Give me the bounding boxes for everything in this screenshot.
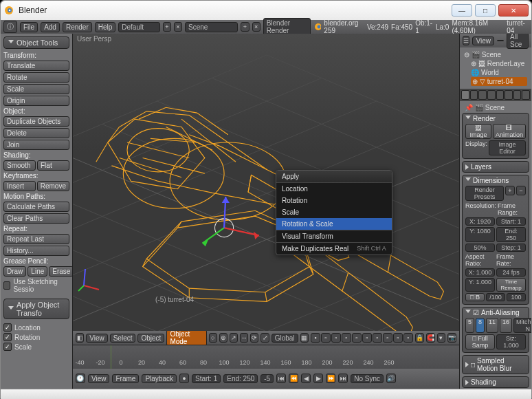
sketch-checkbox[interactable] — [3, 281, 10, 290]
duplicate-button[interactable]: Duplicate Objects — [3, 116, 69, 127]
gp-erase-button[interactable]: Erase — [49, 266, 73, 277]
prop-tab-render[interactable] — [461, 90, 469, 100]
manipulator-scale-icon[interactable]: ⤢ — [261, 333, 269, 343]
aa-8-button[interactable]: 8 — [476, 318, 485, 333]
tl-frame-menu[interactable]: Frame — [112, 374, 139, 383]
prop-tab-data[interactable] — [513, 90, 522, 100]
apply-scale-checkbox[interactable]: ✓ — [3, 343, 12, 351]
insert-key-button[interactable]: Insert — [3, 181, 36, 191]
render-image-button[interactable]: 🖼 Image — [465, 124, 491, 139]
render-anim-button[interactable]: 🎞 Animation — [493, 124, 526, 139]
remap-old[interactable]: /100 — [486, 293, 505, 301]
repeat-last-button[interactable]: Repeat Last — [3, 234, 69, 244]
outliner-renderlayers[interactable]: ⊕ 🖼 RenderLaye — [471, 59, 527, 68]
dimensions-panel-header[interactable]: Dimensions — [465, 177, 526, 184]
orientation-dropdown[interactable]: Global — [271, 334, 298, 343]
screen-layout-field[interactable]: Default — [118, 22, 160, 32]
history-button[interactable]: History... — [3, 246, 69, 256]
jump-end-icon[interactable]: ⏭ — [338, 374, 348, 383]
delete-button[interactable]: Delete — [3, 128, 69, 138]
tool-panel-header[interactable]: Object Tools — [3, 36, 69, 49]
menu-render[interactable]: Render — [63, 22, 92, 32]
calc-paths-button[interactable]: Calculate Paths — [3, 202, 69, 212]
tl-view-menu[interactable]: View — [88, 374, 110, 383]
display-dropdown[interactable]: Image Editor — [489, 140, 526, 155]
aspect-y-field[interactable]: Y: 1.000 — [465, 278, 495, 292]
preset-del-icon[interactable]: − — [516, 186, 526, 195]
manipulator-rotate-icon[interactable]: ⟳ — [250, 333, 258, 343]
render-preview-icon[interactable]: 📷 — [447, 333, 456, 343]
join-button[interactable]: Join — [3, 140, 69, 150]
play-icon[interactable]: ▶ — [313, 374, 323, 383]
ctx-item-visual-transform[interactable]: Visual Transform — [276, 230, 392, 242]
prop-tab-scene[interactable] — [470, 90, 478, 100]
aa-5-button[interactable]: 5 — [465, 318, 474, 333]
close-button[interactable]: ✕ — [498, 4, 529, 17]
aa-11-button[interactable]: 11 — [486, 318, 498, 333]
ctx-item-scale[interactable]: Scale — [276, 206, 392, 218]
menu-add[interactable]: Add — [41, 22, 60, 32]
aa-16-button[interactable]: 16 — [500, 318, 512, 333]
fps-dropdown[interactable]: 24 fps — [496, 268, 526, 277]
outliner-view[interactable]: View — [472, 36, 494, 45]
manipulator-translate-icon[interactable]: ↔ — [240, 333, 248, 343]
3d-viewport[interactable]: User Persp — [73, 34, 459, 331]
tl-playback-menu[interactable]: Playback — [142, 374, 177, 383]
end-frame-field[interactable]: End: 250 — [223, 374, 258, 383]
ctx-item-rotation-scale[interactable]: Rotation & Scale — [276, 218, 392, 230]
scene-field[interactable]: Scene — [185, 22, 238, 32]
snap-type-icon[interactable]: ▾ — [437, 333, 445, 343]
fstart-field[interactable]: Start: 1 — [496, 217, 526, 226]
mblur-panel-header[interactable]: □ Sampled Motion Blur — [465, 357, 526, 372]
menu-help[interactable]: Help — [95, 22, 116, 32]
time-remap-button[interactable]: Time Remapp — [496, 278, 526, 292]
yres-field[interactable]: Y: 1080 — [465, 227, 495, 242]
sync-dropdown[interactable]: No Sync — [351, 374, 384, 383]
mode-dropdown[interactable]: Object Mode — [166, 330, 206, 346]
fend-field[interactable]: End: 250 — [496, 227, 526, 242]
full-sample-checkbox[interactable]: □ Full Samp — [465, 334, 495, 349]
aa-size-field[interactable]: Siz: 1.000 — [496, 334, 526, 349]
pivot-icon[interactable]: ⊕ — [219, 333, 228, 343]
jump-next-icon[interactable]: ⏩ — [326, 374, 335, 383]
layer-buttons[interactable]: ▪▫▫▫▫ ▫▫▫▫▫ — [311, 333, 413, 343]
xres-field[interactable]: X: 1920 — [465, 217, 495, 226]
prop-tab-world[interactable] — [478, 90, 487, 100]
outliner-world[interactable]: 🌐 World — [471, 68, 527, 77]
editor-type-icon[interactable]: ⓘ — [3, 21, 17, 33]
layers-icon[interactable]: ▦ — [300, 333, 309, 343]
manipulator-icon[interactable]: ↗ — [230, 333, 238, 343]
gp-draw-button[interactable]: Draw — [3, 266, 26, 277]
aa-panel-header[interactable]: ☑ Anti-Aliasing — [465, 309, 526, 316]
outliner-display[interactable]: All Sce — [507, 34, 529, 49]
aspect-x-field[interactable]: X: 1.000 — [465, 268, 495, 277]
border-checkbox[interactable]: □ B — [465, 293, 485, 301]
rotate-button[interactable]: Rotate — [3, 72, 69, 83]
menu-file[interactable]: File — [20, 22, 38, 32]
prop-tab-modifiers[interactable] — [505, 90, 513, 100]
flat-button[interactable]: Flat — [37, 160, 69, 171]
preset-add-icon[interactable]: + — [505, 186, 515, 195]
layers-panel-header[interactable]: Layers — [465, 163, 526, 171]
outliner-editor-icon[interactable]: ☰ — [463, 36, 469, 45]
view3d-editor-icon[interactable]: ◧ — [76, 333, 84, 343]
outliner-search[interactable] — [497, 40, 504, 41]
apply-location-checkbox[interactable]: ✓ — [3, 323, 12, 332]
clear-paths-button[interactable]: Clear Paths — [3, 213, 69, 224]
scene-del-icon[interactable]: × — [252, 22, 261, 32]
shading-panel-header[interactable]: Shading — [465, 378, 526, 386]
pct-field[interactable]: 50% — [465, 244, 495, 252]
fstep-field[interactable]: Step: 1 — [496, 244, 526, 252]
object-menu[interactable]: Object — [137, 334, 164, 343]
apply-panel-header[interactable]: Apply Object Transfo — [3, 299, 69, 319]
smooth-button[interactable]: Smooth — [3, 160, 36, 171]
prop-tab-object[interactable] — [487, 90, 496, 100]
render-presets-dropdown[interactable]: Render Presets — [465, 186, 504, 201]
jump-prev-icon[interactable]: ⏪ — [289, 374, 298, 383]
apply-rotation-checkbox[interactable]: ✓ — [3, 333, 12, 341]
outliner-object[interactable]: ⊕ ▽ turret-04 — [471, 77, 527, 86]
outliner-scene[interactable]: ⊖ 🎬 Scene — [464, 50, 527, 59]
aa-filter-dropdown[interactable]: Mitchell-N — [513, 318, 531, 333]
layout-add-icon[interactable]: + — [163, 22, 171, 32]
ctx-item-rotation[interactable]: Rotation — [276, 195, 392, 206]
